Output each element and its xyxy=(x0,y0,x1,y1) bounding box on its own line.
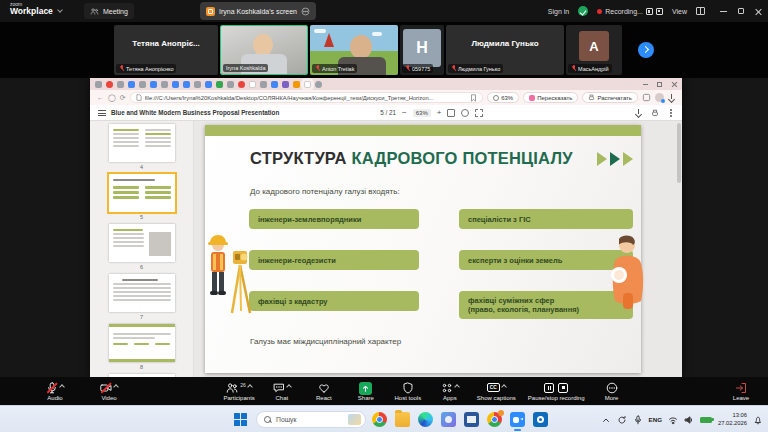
apps-button[interactable]: Apps xyxy=(435,382,465,401)
browser-tab[interactable] xyxy=(161,81,168,88)
tray-mic-icon[interactable] xyxy=(633,415,643,425)
browser-tab[interactable] xyxy=(249,81,256,88)
browser-tab[interactable] xyxy=(227,81,234,88)
browser-tab[interactable] xyxy=(139,81,146,88)
participants-button[interactable]: 26 Participants xyxy=(223,382,254,401)
chat-button[interactable]: Chat xyxy=(267,382,297,401)
video-tile-iryna[interactable]: Iryna Koshkalda xyxy=(220,25,308,75)
fit-page-icon[interactable] xyxy=(447,109,455,117)
browser-tab[interactable] xyxy=(150,81,157,88)
chrome-icon[interactable] xyxy=(487,412,502,427)
browser-tab[interactable] xyxy=(117,81,124,88)
browser-tab[interactable] xyxy=(282,81,289,88)
browser-tab[interactable] xyxy=(293,81,300,88)
battery-icon[interactable] xyxy=(700,417,712,423)
browser-maximize-button[interactable] xyxy=(657,82,662,87)
outlook-icon[interactable] xyxy=(533,412,548,427)
sync-icon[interactable] xyxy=(617,415,627,425)
rotate-icon[interactable] xyxy=(461,109,469,117)
stop-icon[interactable] xyxy=(558,383,568,393)
pdf-scrollbar[interactable] xyxy=(677,123,681,183)
office-app-icon[interactable] xyxy=(464,412,479,427)
site-info-icon[interactable]: ◯ xyxy=(108,94,116,101)
back-icon[interactable]: ← xyxy=(97,94,104,101)
pdf-more-icon[interactable] xyxy=(670,112,672,114)
downloads-icon[interactable] xyxy=(668,94,675,101)
leave-button[interactable]: Leave xyxy=(726,382,756,401)
bookmark-icon[interactable] xyxy=(470,94,477,102)
browser-app-icon[interactable] xyxy=(372,412,387,427)
url-box[interactable]: file:///C:/Users/Iryna%20Koshkalda/Deskt… xyxy=(130,92,483,103)
chevron-up-icon[interactable] xyxy=(454,384,460,390)
zoom-in-button[interactable]: + xyxy=(437,109,442,117)
pause-recording-icon[interactable] xyxy=(646,8,653,15)
browser-close-button[interactable] xyxy=(671,81,677,87)
pdf-menu-icon[interactable] xyxy=(98,110,106,116)
video-tile-tetyana[interactable]: Тетяна Анопріє... Тетяна Анопрієнко xyxy=(114,25,218,75)
page-zoom-control[interactable]: 63% xyxy=(487,92,519,103)
pdf-zoom-value[interactable]: 63% xyxy=(413,109,431,117)
chevron-up-icon[interactable] xyxy=(113,384,119,390)
chevron-down-icon[interactable] xyxy=(57,7,63,13)
thumbnail-slide-4[interactable] xyxy=(109,124,175,162)
tab-shared-screen[interactable]: Iryna Koshkalda's screen xyxy=(200,2,316,20)
start-button[interactable] xyxy=(234,413,247,426)
browser-tab[interactable] xyxy=(194,81,201,88)
browser-tab[interactable] xyxy=(95,81,102,88)
chevron-up-icon[interactable] xyxy=(247,384,253,390)
browser-tab[interactable] xyxy=(271,81,278,88)
audio-button[interactable]: Audio xyxy=(40,382,70,401)
video-tile-lyudmyla[interactable]: Людмила Гунько Людмила Гунько xyxy=(446,25,564,75)
sign-in-button[interactable]: Sign in xyxy=(548,8,569,15)
security-shield-icon[interactable] xyxy=(578,6,588,16)
browser-tab[interactable] xyxy=(238,81,245,88)
thumbnail-slide-7[interactable] xyxy=(109,274,175,312)
stop-recording-icon[interactable] xyxy=(656,8,663,15)
taskbar-clock[interactable]: 13:06 27.02.2026 xyxy=(718,412,747,427)
react-button[interactable]: React xyxy=(309,382,339,401)
minimize-button[interactable] xyxy=(720,11,727,12)
pdf-page-indicator[interactable]: 5 / 21 xyxy=(380,109,396,116)
notifications-bell-icon[interactable] xyxy=(753,415,763,425)
extensions-icon[interactable] xyxy=(642,93,651,102)
browser-tab[interactable] xyxy=(216,81,223,88)
share-button[interactable]: Share xyxy=(351,382,381,401)
photos-app-icon[interactable] xyxy=(441,412,456,427)
more-button[interactable]: More xyxy=(597,382,627,401)
thumbnail-slide-8[interactable] xyxy=(109,324,175,362)
browser-tab-active[interactable] xyxy=(304,81,311,88)
browser-minimize-button[interactable] xyxy=(643,84,648,85)
ellipsis-circle-icon[interactable] xyxy=(301,7,310,16)
thumbnail-slide-6[interactable] xyxy=(109,224,175,262)
volume-icon[interactable] xyxy=(684,415,694,425)
hidden-icons-chevron[interactable] xyxy=(601,415,611,425)
refresh-icon[interactable]: ⟳ xyxy=(120,94,126,101)
video-tile-anton[interactable]: Anton Tretiak xyxy=(310,25,398,75)
pdf-print-icon[interactable] xyxy=(651,109,659,117)
file-explorer-icon[interactable] xyxy=(395,412,410,427)
host-tools-button[interactable]: Host tools xyxy=(393,382,423,401)
captions-button[interactable]: CC Show captions xyxy=(477,382,516,401)
browser-tab[interactable] xyxy=(106,81,113,88)
thumbnail-slide-5-selected[interactable] xyxy=(109,174,175,212)
browser-tab[interactable] xyxy=(205,81,212,88)
next-participants-button[interactable] xyxy=(638,42,654,58)
browser-tab[interactable] xyxy=(172,81,179,88)
video-tile-059775[interactable]: H 059775 xyxy=(400,25,444,75)
wifi-icon[interactable] xyxy=(668,415,678,425)
profile-avatar-icon[interactable] xyxy=(655,93,664,102)
pause-icon[interactable] xyxy=(544,383,554,393)
open-external-icon[interactable] xyxy=(475,109,483,117)
video-button[interactable]: Video xyxy=(94,382,124,401)
zoom-out-button[interactable]: − xyxy=(402,109,407,117)
pause-stop-recording-button[interactable]: Pause/stop recording xyxy=(528,382,585,401)
browser-tab[interactable] xyxy=(183,81,190,88)
print-page-button[interactable]: Распечатать xyxy=(582,92,638,103)
retell-button[interactable]: Пересказать xyxy=(523,92,578,103)
language-indicator[interactable]: ENG xyxy=(649,416,662,423)
close-button[interactable] xyxy=(755,8,762,15)
pdf-download-icon[interactable] xyxy=(635,109,642,116)
browser-tab[interactable] xyxy=(128,81,135,88)
chevron-up-icon[interactable] xyxy=(59,384,65,390)
new-tab-button[interactable] xyxy=(315,81,322,88)
